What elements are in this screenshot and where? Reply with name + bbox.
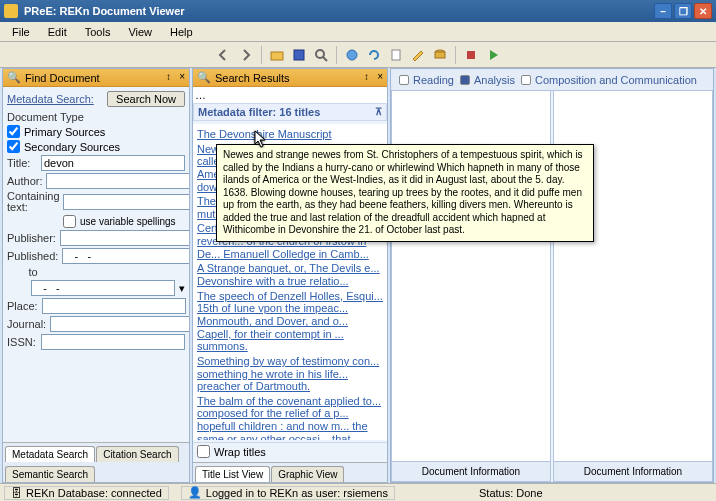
- play-icon[interactable]: [483, 45, 503, 65]
- find-document-panel: 🔍Find Document ↕ × Metadata Search: Sear…: [2, 68, 190, 483]
- document-icon[interactable]: [386, 45, 406, 65]
- hover-tooltip: Newes and strange newes from St. Christo…: [216, 144, 594, 242]
- find-tabs: Metadata Search Citation Search: [3, 442, 189, 462]
- app-icon: [4, 4, 18, 18]
- menu-view[interactable]: View: [120, 24, 160, 40]
- search-icon[interactable]: [311, 45, 331, 65]
- tab-composition[interactable]: Composition and Communication: [521, 74, 697, 86]
- svg-rect-8: [467, 51, 475, 59]
- author-label: Author:: [7, 175, 42, 187]
- titlebar: PReE: REKn Document Viewer – ❐ ✕: [0, 0, 716, 22]
- pin-icon[interactable]: ↕: [364, 71, 369, 82]
- status-state: Status: Done: [479, 487, 543, 499]
- menubar: File Edit Tools View Help: [0, 22, 716, 42]
- result-item[interactable]: The Devonshire Manuscript: [197, 128, 383, 141]
- search-results-title: Search Results: [215, 72, 290, 84]
- menu-help[interactable]: Help: [162, 24, 201, 40]
- result-item[interactable]: Something by way of testimony con... som…: [197, 355, 383, 393]
- pin-icon[interactable]: ↕: [166, 71, 171, 82]
- doc-type-label: Document Type: [7, 111, 185, 123]
- svg-rect-1: [294, 50, 304, 60]
- find-document-header: 🔍Find Document ↕ ×: [3, 69, 189, 87]
- publisher-input[interactable]: [60, 230, 189, 246]
- tab-title-list-view[interactable]: Title List View: [195, 466, 270, 482]
- back-icon[interactable]: [214, 45, 234, 65]
- wrap-titles-checkbox[interactable]: [197, 445, 210, 458]
- metadata-filter-header[interactable]: Metadata filter: 16 titles ⊼: [193, 103, 387, 121]
- search-now-button[interactable]: Search Now: [107, 91, 185, 107]
- place-input[interactable]: [42, 298, 186, 314]
- tab-citation-search[interactable]: Citation Search: [96, 446, 178, 462]
- results-tabs: Title List View Graphic View: [193, 462, 387, 482]
- toolbar: [0, 42, 716, 68]
- menu-file[interactable]: File: [4, 24, 38, 40]
- journal-label: Journal:: [7, 318, 46, 330]
- save-icon[interactable]: [289, 45, 309, 65]
- folder-icon[interactable]: [267, 45, 287, 65]
- metadata-filter-label: Metadata filter: 16 titles: [198, 106, 320, 118]
- secondary-sources-checkbox[interactable]: [7, 140, 20, 153]
- result-item[interactable]: A Strange banquet, or, The Devils e... D…: [197, 262, 383, 287]
- window-title: PReE: REKn Document Viewer: [24, 5, 654, 17]
- tab-metadata-search[interactable]: Metadata Search: [5, 446, 95, 462]
- minimize-button[interactable]: –: [654, 3, 672, 19]
- result-item[interactable]: The balm of the covenant applied to... c…: [197, 395, 383, 440]
- issn-label: ISSN:: [7, 336, 37, 348]
- svg-rect-0: [271, 52, 283, 60]
- document-viewer-panel: Reading Analysis Composition and Communi…: [390, 68, 714, 483]
- tab-analysis[interactable]: Analysis: [460, 74, 515, 86]
- published-label: Published:: [7, 250, 58, 262]
- menu-tools[interactable]: Tools: [77, 24, 119, 40]
- doc-info-tab-right[interactable]: Document Information: [554, 461, 712, 481]
- menu-edit[interactable]: Edit: [40, 24, 75, 40]
- tab-reading[interactable]: Reading: [399, 74, 454, 86]
- metadata-search-heading[interactable]: Metadata Search:: [7, 93, 94, 105]
- close-button[interactable]: ✕: [694, 3, 712, 19]
- status-db: 🗄REKn Database: connected: [4, 486, 169, 500]
- wrap-titles-label: Wrap titles: [214, 446, 266, 458]
- panel-close-icon[interactable]: ×: [179, 71, 185, 82]
- place-label: Place:: [7, 300, 38, 312]
- tab-graphic-view[interactable]: Graphic View: [271, 466, 344, 482]
- edit-icon[interactable]: [408, 45, 428, 65]
- doc-info-tab-left[interactable]: Document Information: [392, 461, 550, 481]
- tab-semantic-search[interactable]: Semantic Search: [5, 466, 95, 482]
- publisher-label: Publisher:: [7, 232, 56, 244]
- svg-line-3: [323, 57, 327, 61]
- primary-sources-checkbox[interactable]: [7, 125, 20, 138]
- journal-input[interactable]: [50, 316, 189, 332]
- search-results-header: 🔍Search Results ↕ ×: [193, 69, 387, 87]
- maximize-button[interactable]: ❐: [674, 3, 692, 19]
- svg-point-4: [347, 50, 357, 60]
- variable-spellings-checkbox[interactable]: [63, 215, 76, 228]
- database-icon[interactable]: [430, 45, 450, 65]
- published-to-input[interactable]: [31, 280, 175, 296]
- title-label: Title:: [7, 157, 37, 169]
- search-results-panel: 🔍Search Results ↕ × … Metadata filter: 1…: [192, 68, 388, 483]
- panel-close-icon[interactable]: ×: [377, 71, 383, 82]
- collapse-icon[interactable]: ⊼: [375, 106, 382, 117]
- doc-top-tabs: Reading Analysis Composition and Communi…: [391, 69, 713, 91]
- globe-icon[interactable]: [342, 45, 362, 65]
- variable-spellings-label: use variable spellings: [80, 216, 176, 227]
- secondary-sources-label: Secondary Sources: [24, 141, 120, 153]
- containing-label: Containing text:: [7, 191, 59, 213]
- published-from-input[interactable]: [62, 248, 189, 264]
- result-item[interactable]: The speech of Denzell Holles, Esqui... 1…: [197, 290, 383, 353]
- find-document-title: Find Document: [25, 72, 100, 84]
- to-label: to: [7, 266, 59, 278]
- statusbar: 🗄REKn Database: connected 👤Logged in to …: [0, 483, 716, 501]
- svg-point-2: [316, 50, 324, 58]
- author-input[interactable]: [46, 173, 189, 189]
- status-login: 👤Logged in to REKn as user: rsiemens: [181, 486, 395, 500]
- svg-rect-5: [392, 50, 400, 60]
- svg-rect-7: [435, 52, 445, 58]
- containing-input[interactable]: [63, 194, 189, 210]
- issn-input[interactable]: [41, 334, 185, 350]
- title-input[interactable]: [41, 155, 185, 171]
- stop-icon[interactable]: [461, 45, 481, 65]
- forward-icon[interactable]: [236, 45, 256, 65]
- primary-sources-label: Primary Sources: [24, 126, 105, 138]
- refresh-icon[interactable]: [364, 45, 384, 65]
